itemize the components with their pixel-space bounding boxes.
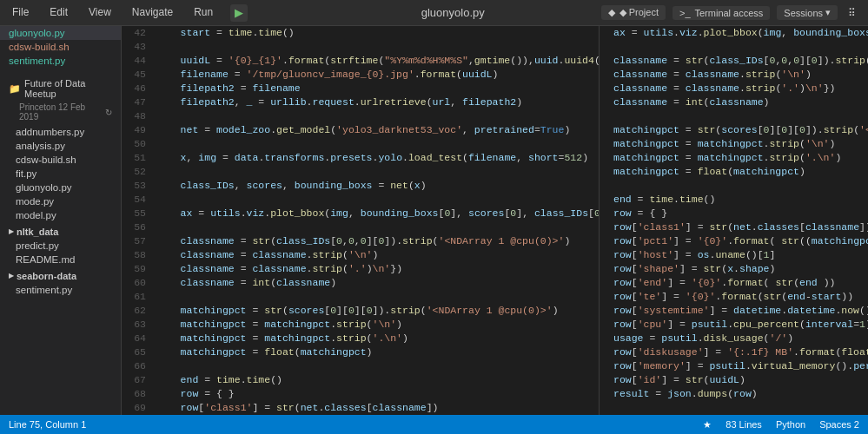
code-line-r: classname = str(class_IDs[0,0,0][0]).str… xyxy=(600,54,868,68)
code-line: 63 matchingpct = matchingpct.strip('\n') xyxy=(122,318,599,332)
code-line: 46 filepath2 = filename xyxy=(122,82,599,95)
play-button[interactable]: ▶ xyxy=(230,4,248,22)
grid-icon[interactable]: ⠿ xyxy=(845,5,859,21)
code-line-r: result = json.dumps(row) xyxy=(600,387,868,401)
lines-count: 83 Lines xyxy=(726,419,762,430)
menu-run[interactable]: Run xyxy=(190,4,216,22)
sidebar-item-gluonyolo2[interactable]: gluonyolo.py xyxy=(0,181,121,194)
code-line: 55 ax = utils.viz.plot_bbox(img, boundin… xyxy=(122,207,599,220)
sidebar-item-cdsw2[interactable]: cdsw-build.sh xyxy=(0,153,121,167)
code-line: 54 xyxy=(122,193,599,207)
code-line: 56 xyxy=(122,220,599,234)
sidebar-item-analysis[interactable]: analysis.py xyxy=(0,139,121,153)
right-column: ax = utils.viz.plot_bbox(img, bounding_b… xyxy=(599,26,868,415)
code-line-r: matchingpct = float(matchingpct) xyxy=(600,165,868,179)
code-line: 57 classname = str(class_IDs[0,0,0][0]).… xyxy=(122,234,599,248)
refresh-icon[interactable]: ↻ xyxy=(105,108,112,117)
code-line: 42 start = time.time() xyxy=(122,26,599,40)
terminal-icon: >_ xyxy=(679,8,691,18)
code-line-r: row = { } xyxy=(600,207,868,220)
spaces-indicator[interactable]: Spaces 2 xyxy=(819,419,859,430)
code-line: 67 end = time.time() xyxy=(122,373,599,387)
code-line: 49 net = model_zoo.get_model('yolo3_dark… xyxy=(122,123,599,137)
sidebar-item-predict[interactable]: predict.py xyxy=(0,239,121,253)
code-line: 44 uuidL = '{0}_{1}'.format(strftime("%Y… xyxy=(122,54,599,68)
code-line-r: row['te'] = '{0}'.format(str(end-start)) xyxy=(600,290,868,304)
code-line: 66 xyxy=(122,359,599,373)
code-line-r: classname = int(classname) xyxy=(600,95,868,109)
code-line: 60 classname = int(classname) xyxy=(122,276,599,290)
language-indicator[interactable]: Python xyxy=(776,419,805,430)
folder-icon: 📁 xyxy=(9,83,21,95)
code-editor: 42 start = time.time() 43 44 uuidL = '{0… xyxy=(122,26,868,415)
folder-nltk[interactable]: ▸ nltk_data xyxy=(0,222,121,239)
code-line: 47 filepath2, _ = urllib.request.urlretr… xyxy=(122,95,599,109)
code-line: 45 filename = '/tmp/gluoncv_image_{0}.jp… xyxy=(122,68,599,82)
code-line-r: row['cpu'] = psutil.cpu_percent(interval… xyxy=(600,318,868,332)
code-panel-right[interactable]: ax = utils.viz.plot_bbox(img, bounding_b… xyxy=(599,26,868,415)
code-line: 43 xyxy=(122,40,599,54)
sidebar-item-cdsw-build[interactable]: cdsw-build.sh xyxy=(0,40,121,54)
sidebar: gluonyolo.py cdsw-build.sh sentiment.py … xyxy=(0,26,122,415)
sidebar-item-fit[interactable]: fit.py xyxy=(0,167,121,181)
sidebar-item-mode[interactable]: mode.py xyxy=(0,194,121,208)
menu-navigate[interactable]: Navigate xyxy=(129,4,176,22)
editor-area: 42 start = time.time() 43 44 uuidL = '{0… xyxy=(122,26,868,415)
code-line-r: row['end'] = '{0}'.format( str(end )) xyxy=(600,276,868,290)
code-line-r: row['host'] = os.uname()[1] xyxy=(600,248,868,262)
code-line-r xyxy=(600,40,868,54)
status-left: Line 75, Column 1 xyxy=(9,419,86,430)
code-line: 48 xyxy=(122,109,599,123)
star-icon: ★ xyxy=(703,419,712,431)
sidebar-item-sentiment[interactable]: sentiment.py xyxy=(0,54,121,68)
code-line-r: row['memory'] = psutil.virtual_memory().… xyxy=(600,359,868,373)
code-line-r: ax = utils.viz.plot_bbox(img, bounding_b… xyxy=(600,26,868,40)
code-line-r: row['id'] = str(uuidL) xyxy=(600,373,868,387)
sidebar-item-sentiment2[interactable]: sentiment.py xyxy=(0,283,121,297)
code-line-r: classname = classname.strip('.')\n'}) xyxy=(600,82,868,95)
menu-bar: File Edit View Navigate Run ▶ gluonyolo.… xyxy=(0,0,868,26)
code-line: 64 matchingpct = matchingpct.strip('.\n'… xyxy=(122,332,599,345)
code-line: 59 classname = classname.strip('.')\n'}) xyxy=(122,262,599,276)
sidebar-item-model[interactable]: model.py xyxy=(0,208,121,222)
code-line-r: row['class1'] = str(net.classes[classnam… xyxy=(600,220,868,234)
status-bar: Line 75, Column 1 ★ 83 Lines Python Spac… xyxy=(0,415,868,434)
line-col-info: Line 75, Column 1 xyxy=(9,419,86,430)
sidebar-item-gluonyolo[interactable]: gluonyolo.py xyxy=(0,26,121,40)
code-line: 69 row['class1'] = str(net.classes[class… xyxy=(122,401,599,415)
code-line-r: matchingpct = matchingpct.strip('.\n') xyxy=(600,151,868,165)
code-line-r: usage = psutil.disk_usage('/') xyxy=(600,332,868,345)
code-line: 58 classname = classname.strip('\n') xyxy=(122,248,599,262)
code-panel-left[interactable]: 42 start = time.time() 43 44 uuidL = '{0… xyxy=(122,26,599,415)
menu-file[interactable]: File xyxy=(9,4,32,22)
code-line-r xyxy=(600,179,868,193)
chevron-down-icon: ▾ xyxy=(825,7,831,18)
menu-edit[interactable]: Edit xyxy=(46,4,71,22)
folder-arrow-icon-2: ▸ xyxy=(9,270,14,281)
menu-items: File Edit View Navigate Run ▶ xyxy=(9,4,305,22)
sidebar-item-readme[interactable]: README.md xyxy=(0,253,121,266)
code-line-r: end = time.time() xyxy=(600,193,868,207)
sidebar-item-addnumbers[interactable]: addnumbers.py xyxy=(0,125,121,139)
project-button[interactable]: ◆ ◆ Project xyxy=(601,5,666,20)
menu-view[interactable]: View xyxy=(85,4,115,22)
code-line: 68 row = { } xyxy=(122,387,599,401)
code-line-r: row['diskusage'] = '{:.1f} MB'.format(fl… xyxy=(600,345,868,359)
code-line: 65 matchingpct = float(matchingpct) xyxy=(122,345,599,359)
folder-arrow-icon: ▸ xyxy=(9,226,14,237)
code-line: 51 x, img = data.transforms.presets.yolo… xyxy=(122,151,599,165)
code-line: 53 class_IDs, scores, bounding_boxs = ne… xyxy=(122,179,599,193)
code-line-r xyxy=(600,401,868,415)
code-line: 52 xyxy=(122,165,599,179)
section-location: Princeton 12 Feb 2019 xyxy=(19,102,102,122)
folder-seaborn[interactable]: ▸ seaborn-data xyxy=(0,266,121,283)
code-line-r: row['systemtime'] = datetime.datetime.no… xyxy=(600,304,868,318)
code-line-r: classname = classname.strip('\n') xyxy=(600,68,868,82)
editor-title: gluonyolo.py xyxy=(305,6,601,19)
section-header-meetup[interactable]: 📁 Future of Data Meetup xyxy=(0,75,121,102)
menu-right: ◆ ◆ Project >_ Terminal access Sessions … xyxy=(601,5,859,21)
code-line-r: row['shape'] = str(x.shape) xyxy=(600,262,868,276)
code-line: 61 xyxy=(122,290,599,304)
terminal-access-button[interactable]: >_ Terminal access xyxy=(673,6,770,20)
sessions-button[interactable]: Sessions ▾ xyxy=(777,5,838,20)
